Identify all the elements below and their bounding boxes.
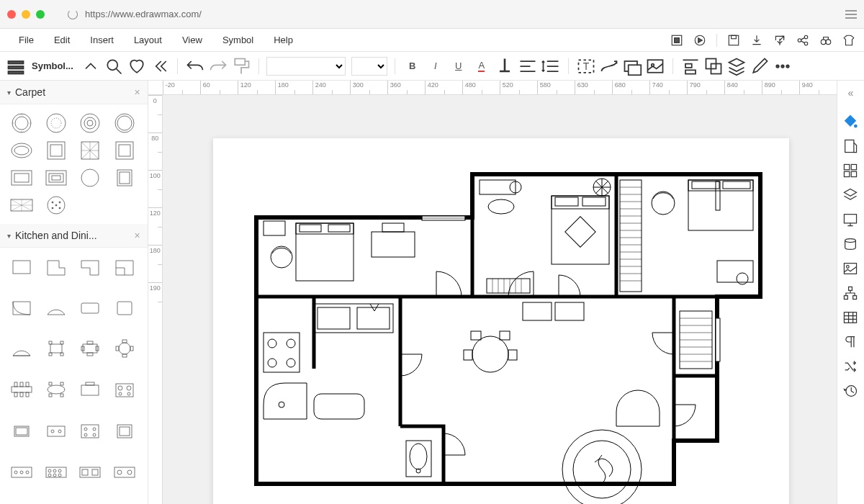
kitchen-shape[interactable] <box>76 337 104 360</box>
carpet-shape[interactable] <box>7 112 36 135</box>
shuffle-panel-icon[interactable] <box>842 359 858 374</box>
share-icon[interactable] <box>796 34 809 47</box>
kitchen-shape[interactable] <box>76 296 104 319</box>
menu-file[interactable]: File <box>9 30 44 50</box>
kitchen-shape[interactable] <box>42 460 71 483</box>
menu-layout[interactable]: Layout <box>124 30 172 50</box>
carpet-shape[interactable] <box>7 166 36 189</box>
kitchen-shape[interactable] <box>76 419 104 442</box>
presentation-panel-icon[interactable] <box>842 212 858 228</box>
undo-icon[interactable] <box>185 56 205 76</box>
image-panel-icon[interactable] <box>842 261 858 276</box>
kitchen-shape[interactable] <box>7 460 36 483</box>
grid-panel-icon[interactable] <box>842 163 858 179</box>
layers-panel-icon[interactable] <box>842 187 858 203</box>
carpet-shape[interactable] <box>42 139 71 162</box>
carpet-shape[interactable] <box>7 194 36 217</box>
redo-icon[interactable] <box>208 56 228 76</box>
data-panel-icon[interactable] <box>842 236 858 252</box>
kitchen-shape[interactable] <box>7 419 36 442</box>
carpet-shape[interactable] <box>7 139 36 162</box>
menu-symbol[interactable]: Symbol <box>212 30 264 50</box>
image-icon[interactable] <box>645 56 665 76</box>
minimize-window[interactable] <box>22 10 30 19</box>
font-color-icon[interactable]: A <box>472 56 492 76</box>
menu-help[interactable]: Help <box>264 30 303 50</box>
kitchen-shape[interactable] <box>7 255 36 278</box>
align-text-icon[interactable] <box>518 56 538 76</box>
close-window[interactable] <box>7 10 16 19</box>
collapse-right-icon[interactable]: « <box>842 85 858 101</box>
kitchen-shape[interactable] <box>110 296 139 319</box>
kitchen-shape[interactable] <box>110 378 139 401</box>
address-bar[interactable]: https://www.edrawmax.com/ <box>59 5 838 24</box>
kitchen-shape[interactable] <box>42 419 71 442</box>
tshirt-icon[interactable] <box>842 34 855 47</box>
fit-page-icon[interactable] <box>670 34 683 47</box>
carpet-shape[interactable] <box>110 112 139 135</box>
pencil-icon[interactable] <box>750 56 770 76</box>
maximize-window[interactable] <box>36 10 45 19</box>
menu-insert[interactable]: Insert <box>80 30 124 50</box>
search-icon[interactable] <box>104 56 124 76</box>
chevron-up-icon[interactable] <box>81 56 101 76</box>
paragraph-panel-icon[interactable] <box>842 334 858 350</box>
close-icon[interactable]: × <box>135 86 140 98</box>
history-panel-icon[interactable] <box>842 383 858 399</box>
more-icon[interactable] <box>773 56 793 76</box>
format-painter-icon[interactable] <box>231 56 251 76</box>
carpet-shape[interactable] <box>42 112 71 135</box>
kitchen-shape[interactable] <box>42 378 71 401</box>
underline-icon[interactable]: U <box>449 56 469 76</box>
menu-edit[interactable]: Edit <box>44 30 80 50</box>
kitchen-shape[interactable] <box>110 460 139 483</box>
kitchen-shape[interactable] <box>110 255 139 278</box>
carpet-shape[interactable] <box>42 166 71 189</box>
text-box-icon[interactable]: T <box>576 56 596 76</box>
hamburger-icon[interactable] <box>845 10 857 19</box>
category-kitchen-header[interactable]: ▾ Kitchen and Dini... × <box>0 224 148 248</box>
carpet-shape[interactable] <box>76 166 104 189</box>
shape-icon[interactable] <box>622 56 642 76</box>
page-panel-icon[interactable] <box>842 138 858 154</box>
download-icon[interactable] <box>750 34 763 47</box>
kitchen-shape[interactable] <box>110 419 139 442</box>
bold-icon[interactable]: B <box>402 56 423 76</box>
connector-icon[interactable] <box>599 56 619 76</box>
hierarchy-panel-icon[interactable] <box>842 285 858 301</box>
kitchen-shape[interactable] <box>42 296 71 319</box>
group-icon[interactable] <box>703 56 724 76</box>
drawing-page[interactable] <box>213 138 789 504</box>
carpet-shape[interactable] <box>76 139 104 162</box>
line-spacing-icon[interactable] <box>541 56 561 76</box>
font-family-select[interactable] <box>266 57 346 76</box>
binoculars-icon[interactable] <box>819 34 832 47</box>
kitchen-shape[interactable] <box>110 337 139 360</box>
kitchen-shape[interactable] <box>7 296 36 319</box>
export-icon[interactable] <box>773 34 786 47</box>
kitchen-shape[interactable] <box>42 255 71 278</box>
font-size-select[interactable] <box>351 57 387 76</box>
layer-icon[interactable] <box>726 56 747 76</box>
kitchen-shape[interactable] <box>7 378 36 401</box>
kitchen-shape[interactable] <box>76 378 104 401</box>
table-panel-icon[interactable] <box>842 310 858 325</box>
library-icon[interactable] <box>6 56 26 76</box>
category-carpet-header[interactable]: ▾ Carpet × <box>0 81 148 104</box>
floor-plan-drawing[interactable] <box>213 138 789 504</box>
canvas[interactable] <box>163 95 837 504</box>
play-icon[interactable] <box>693 34 706 47</box>
menu-view[interactable]: View <box>172 30 212 50</box>
collapse-left-icon[interactable] <box>150 56 170 76</box>
align-objects-icon[interactable] <box>680 56 701 76</box>
reload-icon[interactable] <box>68 9 78 19</box>
save-icon[interactable] <box>727 34 740 47</box>
italic-icon[interactable]: I <box>426 56 446 76</box>
fill-panel-icon[interactable] <box>842 114 858 130</box>
carpet-shape[interactable] <box>42 194 71 217</box>
kitchen-shape[interactable] <box>76 460 104 483</box>
close-icon[interactable]: × <box>135 230 140 241</box>
kitchen-shape[interactable] <box>7 337 36 360</box>
kitchen-shape[interactable] <box>76 255 104 278</box>
kitchen-shape[interactable] <box>42 337 71 360</box>
